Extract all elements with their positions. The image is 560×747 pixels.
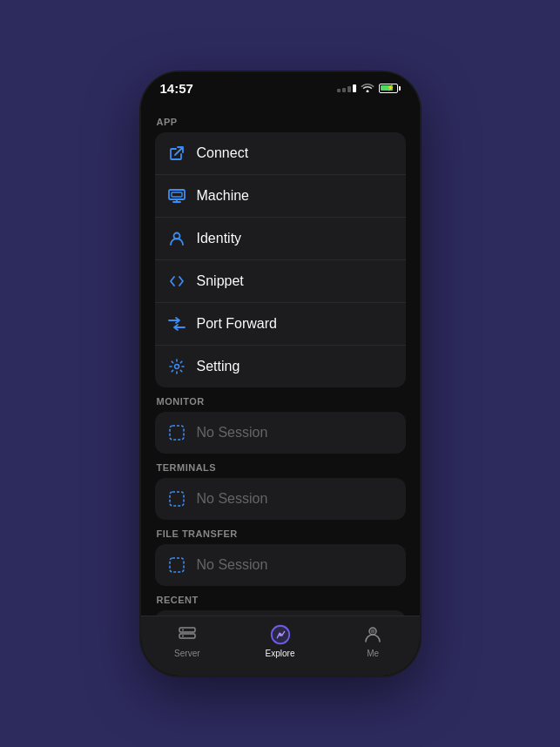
svg-rect-6 [170, 558, 184, 572]
identity-icon [167, 229, 186, 248]
terminals-no-session: No Session [155, 478, 406, 520]
status-bar: 14:57 ⚡ [141, 72, 420, 101]
me-tab-icon [361, 623, 384, 646]
app-section-label: APP [157, 117, 404, 127]
terminals-session-icon [167, 489, 186, 508]
menu-item-machine[interactable]: Machine [155, 175, 406, 218]
recent-section-label: RECENT [157, 595, 404, 605]
tab-bar: Server Explore [141, 616, 420, 676]
status-time: 14:57 [160, 81, 193, 96]
setting-icon [167, 357, 186, 376]
monitor-no-session: No Session [155, 412, 406, 454]
app-menu-card: Connect Machine [155, 132, 406, 387]
file-transfer-card: No Session [155, 544, 406, 586]
main-scroll[interactable]: APP Connect [141, 101, 420, 616]
wifi-icon [361, 82, 374, 95]
machine-icon [167, 186, 186, 205]
svg-point-11 [182, 635, 184, 636]
svg-rect-8 [179, 628, 195, 632]
connect-icon [167, 144, 186, 163]
svg-rect-5 [170, 492, 184, 506]
phone-frame: 14:57 ⚡ [141, 72, 420, 676]
setting-label: Setting [197, 359, 240, 374]
me-tab-label: Me [367, 649, 379, 658]
phone-screen: 14:57 ⚡ [141, 72, 420, 676]
menu-item-setting[interactable]: Setting [155, 346, 406, 387]
file-transfer-section-label: FILE TRANSFER [157, 528, 404, 539]
signal-icon [337, 84, 356, 92]
snippet-icon [167, 272, 186, 291]
menu-item-snippet[interactable]: Snippet [155, 260, 406, 303]
monitor-section-label: MONITOR [157, 396, 404, 407]
connect-label: Connect [197, 145, 249, 161]
menu-item-identity[interactable]: Identity [155, 218, 406, 260]
monitor-card: No Session [155, 412, 406, 454]
file-transfer-no-session-text: No Session [197, 557, 268, 573]
explore-tab-label: Explore [266, 649, 295, 658]
terminals-card: No Session [155, 478, 406, 520]
server-tab-label: Server [174, 649, 199, 658]
svg-point-16 [371, 629, 375, 633]
terminals-no-session-text: No Session [197, 491, 268, 507]
monitor-session-icon [167, 423, 186, 442]
svg-rect-1 [172, 192, 182, 197]
file-transfer-no-session: No Session [155, 544, 406, 586]
machine-label: Machine [197, 188, 249, 204]
terminals-section-label: TERMINALS [157, 462, 404, 473]
svg-point-14 [279, 633, 282, 636]
port-forward-label: Port Forward [197, 316, 277, 332]
file-transfer-session-icon [167, 555, 186, 575]
tab-server[interactable]: Server [141, 623, 234, 658]
svg-point-10 [182, 629, 184, 630]
menu-item-port-forward[interactable]: Port Forward [155, 303, 406, 346]
port-forward-icon [167, 314, 186, 333]
monitor-no-session-text: No Session [197, 425, 268, 441]
battery-icon: ⚡ [379, 84, 401, 93]
explore-tab-icon [269, 623, 292, 646]
server-tab-icon [176, 623, 199, 646]
svg-rect-9 [179, 634, 195, 638]
tab-explore[interactable]: Explore [233, 623, 327, 658]
snippet-label: Snippet [197, 273, 244, 289]
svg-rect-4 [170, 426, 184, 440]
identity-label: Identity [197, 231, 242, 246]
tab-me[interactable]: Me [327, 623, 420, 658]
status-icons: ⚡ [337, 82, 401, 95]
menu-item-connect[interactable]: Connect [155, 132, 406, 175]
svg-point-3 [174, 364, 179, 368]
